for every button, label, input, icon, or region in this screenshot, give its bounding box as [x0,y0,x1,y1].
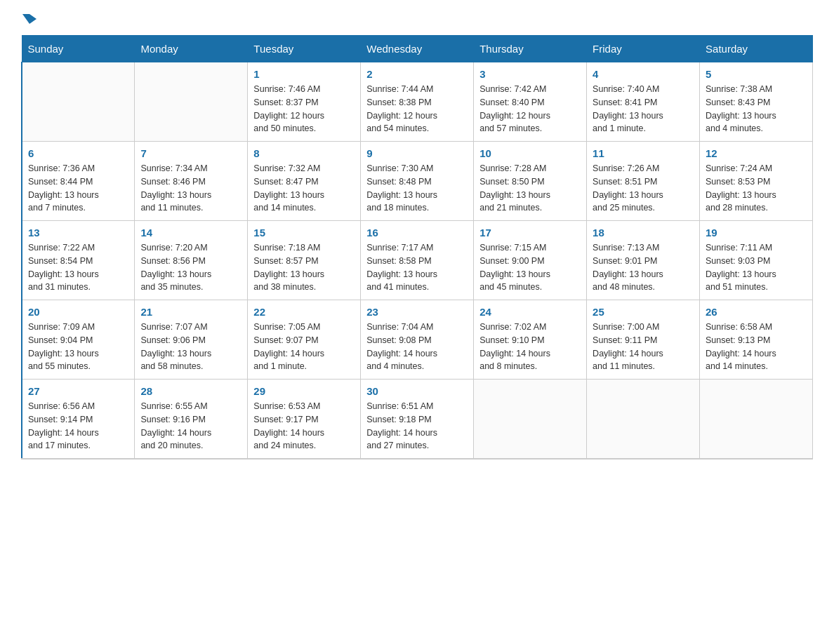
day-info: Sunrise: 7:34 AM Sunset: 8:46 PM Dayligh… [140,162,241,215]
day-number: 27 [28,385,128,397]
day-number: 13 [28,227,128,239]
day-number: 10 [479,147,581,159]
calendar-cell: 3Sunrise: 7:42 AM Sunset: 8:40 PM Daylig… [474,62,587,142]
calendar-cell: 6Sunrise: 7:36 AM Sunset: 8:44 PM Daylig… [22,142,135,221]
day-info: Sunrise: 7:13 AM Sunset: 9:01 PM Dayligh… [593,241,694,294]
day-info: Sunrise: 7:02 AM Sunset: 9:10 PM Dayligh… [479,321,581,373]
logo-arrow-icon [22,14,29,24]
day-info: Sunrise: 7:04 AM Sunset: 9:08 PM Dayligh… [366,321,468,373]
calendar-cell: 18Sunrise: 7:13 AM Sunset: 9:01 PM Dayli… [587,221,700,300]
day-number: 15 [253,227,355,239]
calendar-cell: 7Sunrise: 7:34 AM Sunset: 8:46 PM Daylig… [135,142,248,221]
day-number: 2 [366,68,468,80]
calendar-cell: 28Sunrise: 6:55 AM Sunset: 9:16 PM Dayli… [135,380,248,459]
day-number: 19 [706,227,807,239]
day-info: Sunrise: 6:51 AM Sunset: 9:18 PM Dayligh… [366,400,468,452]
day-info: Sunrise: 7:17 AM Sunset: 8:58 PM Dayligh… [366,241,468,294]
logo-arrow2-icon [29,14,37,24]
calendar-cell: 16Sunrise: 7:17 AM Sunset: 8:58 PM Dayli… [361,221,474,300]
calendar-cell: 20Sunrise: 7:09 AM Sunset: 9:04 PM Dayli… [22,300,135,380]
calendar-cell: 11Sunrise: 7:26 AM Sunset: 8:51 PM Dayli… [587,142,700,221]
col-header-friday: Friday [587,36,700,62]
calendar-cell: 15Sunrise: 7:18 AM Sunset: 8:57 PM Dayli… [248,221,361,300]
day-info: Sunrise: 7:44 AM Sunset: 8:38 PM Dayligh… [366,83,468,135]
day-number: 5 [706,68,807,80]
day-number: 4 [593,68,694,80]
calendar-cell: 2Sunrise: 7:44 AM Sunset: 8:38 PM Daylig… [361,62,474,142]
day-number: 23 [366,306,468,318]
day-number: 14 [140,227,241,239]
week-row-1: 1Sunrise: 7:46 AM Sunset: 8:37 PM Daylig… [22,62,813,142]
week-row-5: 27Sunrise: 6:56 AM Sunset: 9:14 PM Dayli… [22,380,813,459]
calendar-cell: 8Sunrise: 7:32 AM Sunset: 8:47 PM Daylig… [248,142,361,221]
calendar-cell: 14Sunrise: 7:20 AM Sunset: 8:56 PM Dayli… [135,221,248,300]
calendar-cell: 1Sunrise: 7:46 AM Sunset: 8:37 PM Daylig… [248,62,361,142]
day-info: Sunrise: 7:22 AM Sunset: 8:54 PM Dayligh… [28,241,128,294]
day-info: Sunrise: 7:00 AM Sunset: 9:11 PM Dayligh… [593,321,694,373]
week-row-3: 13Sunrise: 7:22 AM Sunset: 8:54 PM Dayli… [22,221,813,300]
calendar-cell: 17Sunrise: 7:15 AM Sunset: 9:00 PM Dayli… [474,221,587,300]
day-info: Sunrise: 7:46 AM Sunset: 8:37 PM Dayligh… [253,83,355,135]
day-number: 11 [593,147,694,159]
calendar-table: SundayMondayTuesdayWednesdayThursdayFrid… [21,35,813,459]
day-number: 16 [366,227,468,239]
calendar-cell [587,380,700,459]
day-info: Sunrise: 7:42 AM Sunset: 8:40 PM Dayligh… [479,83,581,135]
calendar-cell: 21Sunrise: 7:07 AM Sunset: 9:06 PM Dayli… [135,300,248,380]
week-row-4: 20Sunrise: 7:09 AM Sunset: 9:04 PM Dayli… [22,300,813,380]
day-number: 28 [140,385,241,397]
calendar-header-row: SundayMondayTuesdayWednesdayThursdayFrid… [22,36,813,62]
page-header [21,14,813,21]
col-header-sunday: Sunday [22,36,135,62]
calendar-cell: 4Sunrise: 7:40 AM Sunset: 8:41 PM Daylig… [587,62,700,142]
col-header-wednesday: Wednesday [361,36,474,62]
calendar-cell: 10Sunrise: 7:28 AM Sunset: 8:50 PM Dayli… [474,142,587,221]
day-info: Sunrise: 7:36 AM Sunset: 8:44 PM Dayligh… [28,162,128,215]
day-number: 29 [253,385,355,397]
day-info: Sunrise: 7:38 AM Sunset: 8:43 PM Dayligh… [706,83,807,135]
day-number: 24 [479,306,581,318]
day-info: Sunrise: 7:11 AM Sunset: 9:03 PM Dayligh… [706,241,807,294]
day-number: 8 [253,147,355,159]
calendar-cell: 24Sunrise: 7:02 AM Sunset: 9:10 PM Dayli… [474,300,587,380]
day-info: Sunrise: 6:56 AM Sunset: 9:14 PM Dayligh… [28,400,128,452]
day-info: Sunrise: 7:07 AM Sunset: 9:06 PM Dayligh… [140,321,241,373]
day-info: Sunrise: 6:53 AM Sunset: 9:17 PM Dayligh… [253,400,355,452]
week-row-2: 6Sunrise: 7:36 AM Sunset: 8:44 PM Daylig… [22,142,813,221]
col-header-saturday: Saturday [700,36,813,62]
calendar-cell [700,380,813,459]
day-info: Sunrise: 6:55 AM Sunset: 9:16 PM Dayligh… [140,400,241,452]
day-info: Sunrise: 7:20 AM Sunset: 8:56 PM Dayligh… [140,241,241,294]
day-info: Sunrise: 7:15 AM Sunset: 9:00 PM Dayligh… [479,241,581,294]
day-info: Sunrise: 7:28 AM Sunset: 8:50 PM Dayligh… [479,162,581,215]
day-number: 9 [366,147,468,159]
col-header-monday: Monday [135,36,248,62]
logo [21,14,37,21]
day-number: 18 [593,227,694,239]
calendar-cell: 12Sunrise: 7:24 AM Sunset: 8:53 PM Dayli… [700,142,813,221]
day-number: 30 [366,385,468,397]
calendar-cell: 9Sunrise: 7:30 AM Sunset: 8:48 PM Daylig… [361,142,474,221]
day-info: Sunrise: 7:40 AM Sunset: 8:41 PM Dayligh… [593,83,694,135]
day-info: Sunrise: 7:30 AM Sunset: 8:48 PM Dayligh… [366,162,468,215]
calendar-cell [474,380,587,459]
calendar-cell [22,62,135,142]
day-info: Sunrise: 7:05 AM Sunset: 9:07 PM Dayligh… [253,321,355,373]
col-header-thursday: Thursday [474,36,587,62]
day-number: 26 [706,306,807,318]
day-info: Sunrise: 6:58 AM Sunset: 9:13 PM Dayligh… [706,321,807,373]
calendar-cell: 27Sunrise: 6:56 AM Sunset: 9:14 PM Dayli… [22,380,135,459]
calendar-cell: 25Sunrise: 7:00 AM Sunset: 9:11 PM Dayli… [587,300,700,380]
day-info: Sunrise: 7:09 AM Sunset: 9:04 PM Dayligh… [28,321,128,373]
calendar-cell: 19Sunrise: 7:11 AM Sunset: 9:03 PM Dayli… [700,221,813,300]
calendar-cell: 5Sunrise: 7:38 AM Sunset: 8:43 PM Daylig… [700,62,813,142]
day-number: 12 [706,147,807,159]
day-number: 22 [253,306,355,318]
col-header-tuesday: Tuesday [248,36,361,62]
calendar-cell: 30Sunrise: 6:51 AM Sunset: 9:18 PM Dayli… [361,380,474,459]
calendar-cell: 22Sunrise: 7:05 AM Sunset: 9:07 PM Dayli… [248,300,361,380]
day-number: 7 [140,147,241,159]
day-number: 6 [28,147,128,159]
day-number: 21 [140,306,241,318]
day-info: Sunrise: 7:26 AM Sunset: 8:51 PM Dayligh… [593,162,694,215]
